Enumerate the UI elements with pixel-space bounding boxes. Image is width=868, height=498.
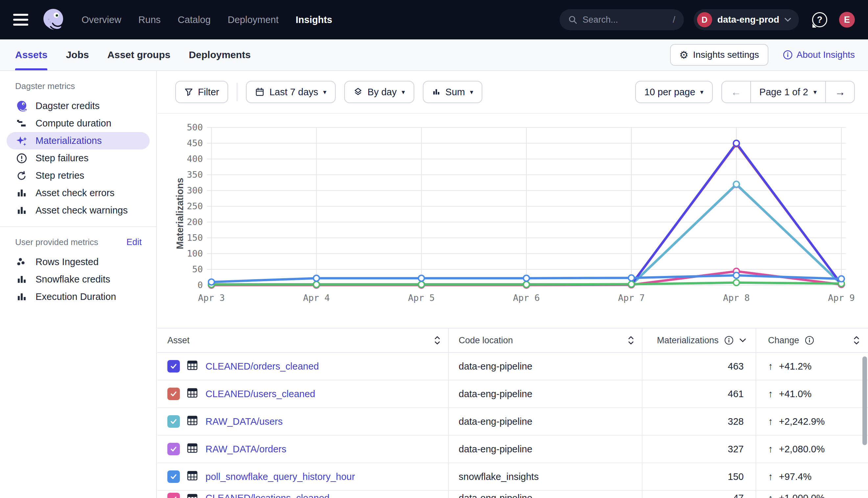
- row-checkbox[interactable]: [167, 470, 180, 483]
- nav-deployment[interactable]: Deployment: [228, 14, 279, 25]
- data-point: [523, 275, 529, 281]
- user-avatar[interactable]: E: [839, 12, 855, 28]
- data-point: [208, 279, 214, 285]
- column-header-asset[interactable]: Asset: [157, 328, 449, 353]
- materializations-value: 47: [642, 491, 756, 498]
- row-checkbox[interactable]: [167, 388, 180, 400]
- nav-overview[interactable]: Overview: [81, 14, 121, 25]
- info-icon[interactable]: [805, 336, 814, 345]
- dagster-logo-icon[interactable]: [41, 7, 66, 32]
- asset-cell: poll_snowflake_query_history_hour: [157, 463, 449, 490]
- sidebar-item-execution-duration[interactable]: Execution Duration: [7, 288, 150, 305]
- tab-jobs[interactable]: Jobs: [66, 39, 89, 70]
- dagster-insights-screen: Overview Runs Catalog Deployment Insight…: [0, 0, 868, 498]
- table-asset-icon: [187, 359, 198, 374]
- sidebar-item-asset-check-warnings[interactable]: Asset check warnings: [7, 202, 150, 219]
- sidebar-item-compute-duration[interactable]: Compute duration: [7, 115, 150, 132]
- table-asset-icon: [187, 442, 198, 456]
- help-icon[interactable]: ?: [812, 12, 827, 27]
- chevron-down-icon: [784, 18, 791, 22]
- asset-cell: RAW_DATA/orders: [157, 436, 449, 462]
- asset-link[interactable]: CLEANED/orders_cleaned: [205, 361, 319, 372]
- sidebar-item-label: Materializations: [36, 135, 102, 146]
- sidebar-item-snowflake-credits[interactable]: Snowflake credits: [7, 271, 150, 288]
- asset-cell: CLEANED/orders_cleaned: [157, 353, 449, 380]
- top-nav-links: Overview Runs Catalog Deployment Insight…: [81, 14, 332, 25]
- asset-link[interactable]: poll_snowflake_query_history_hour: [205, 471, 355, 482]
- deployment-switcher[interactable]: D data-eng-prod: [694, 9, 799, 30]
- row-checkbox[interactable]: [167, 493, 180, 498]
- sidebar-item-step-failures[interactable]: Step failures: [7, 149, 150, 167]
- tab-asset-groups[interactable]: Asset groups: [107, 39, 170, 70]
- column-header-materializations[interactable]: Materializations: [642, 328, 756, 353]
- filter-button[interactable]: Filter: [175, 81, 228, 103]
- edit-metrics-link[interactable]: Edit: [126, 237, 142, 247]
- sort-icon[interactable]: [853, 336, 860, 345]
- sidebar-item-label: Asset check errors: [36, 187, 114, 198]
- nav-catalog[interactable]: Catalog: [178, 14, 211, 25]
- hamburger-menu-icon[interactable]: [13, 14, 29, 26]
- change-value: +41.0%: [779, 389, 812, 399]
- sidebar-item-dagster-credits[interactable]: Dagster credits: [7, 97, 150, 115]
- tab-deployments[interactable]: Deployments: [189, 39, 251, 70]
- sidebar-item-label: Compute duration: [36, 118, 112, 129]
- up-arrow-icon: ↑: [768, 361, 773, 372]
- row-checkbox[interactable]: [167, 443, 180, 455]
- aggregation-button[interactable]: Sum ▾: [423, 81, 483, 103]
- materializations-value: 327: [642, 436, 756, 462]
- x-tick-label: Apr 4: [303, 293, 330, 303]
- sidebar-item-step-retries[interactable]: Step retries: [7, 167, 150, 184]
- vertical-scrollbar[interactable]: [863, 356, 867, 445]
- user-metrics-heading-row: User provided metrics Edit: [0, 235, 156, 249]
- asset-link[interactable]: RAW_DATA/orders: [205, 444, 286, 455]
- y-tick-label: 150: [187, 233, 203, 243]
- exclamation-circle-icon: [15, 152, 28, 165]
- nav-runs[interactable]: Runs: [138, 14, 161, 25]
- layers-icon: [354, 87, 363, 96]
- tab-assets[interactable]: Assets: [15, 39, 47, 70]
- info-icon[interactable]: [724, 336, 734, 345]
- asset-link[interactable]: CLEANED/users_cleaned: [205, 389, 315, 399]
- gear-icon: ⚙: [679, 50, 689, 60]
- search-box[interactable]: /: [560, 9, 684, 30]
- column-header-change[interactable]: Change: [756, 328, 868, 353]
- asset-link[interactable]: RAW_DATA/users: [205, 416, 283, 427]
- nav-insights[interactable]: Insights: [296, 14, 332, 25]
- caret-down-icon: ▾: [402, 88, 405, 96]
- insights-main: Filter Last 7 days ▾ By d: [157, 71, 868, 498]
- column-header-code-location[interactable]: Code location: [449, 328, 642, 353]
- data-point: [733, 279, 739, 286]
- search-icon: [568, 15, 577, 24]
- page-select-button[interactable]: Page 1 of 2 ▾: [750, 81, 826, 103]
- search-input[interactable]: [583, 15, 658, 25]
- code-location-cell: data-eng-pipeline: [449, 408, 642, 435]
- row-checkbox[interactable]: [167, 415, 180, 428]
- data-point: [523, 281, 529, 287]
- row-checkbox[interactable]: [167, 360, 180, 372]
- materializations-value: 328: [642, 408, 756, 435]
- prev-page-button[interactable]: ←: [722, 81, 750, 103]
- date-range-button[interactable]: Last 7 days ▾: [246, 81, 335, 103]
- sparkles-icon: [15, 134, 28, 147]
- data-point: [313, 275, 319, 281]
- sort-icon[interactable]: [627, 336, 635, 345]
- table-row: CLEANED/users_cleaneddata-eng-pipeline46…: [157, 380, 868, 408]
- next-page-button[interactable]: →: [826, 81, 854, 103]
- about-insights-link[interactable]: About Insights: [783, 50, 855, 60]
- sidebar-item-rows-ingested[interactable]: Rows Ingested: [7, 253, 150, 271]
- caret-down-icon: ▾: [323, 88, 327, 96]
- sidebar-item-asset-check-errors[interactable]: Asset check errors: [7, 184, 150, 202]
- y-tick-label: 50: [192, 264, 203, 274]
- line-chart[interactable]: 050100150200250300350400450500Apr 3Apr 4…: [157, 118, 868, 311]
- asset-link[interactable]: CLEANED/locations_cleaned: [205, 493, 330, 498]
- sidebar-item-materializations[interactable]: Materializations: [7, 132, 150, 149]
- sort-icon[interactable]: [434, 336, 441, 345]
- change-value: +1,000.0%: [779, 493, 825, 498]
- chevron-down-icon[interactable]: [739, 338, 746, 343]
- y-tick-label: 200: [187, 217, 203, 227]
- group-by-button[interactable]: By day ▾: [344, 81, 414, 103]
- caret-down-icon: ▾: [814, 88, 817, 96]
- sub-tabs: Assets Jobs Asset groups Deployments: [15, 39, 251, 70]
- insights-settings-button[interactable]: ⚙ Insights settings: [670, 44, 768, 66]
- per-page-button[interactable]: 10 per page ▾: [635, 81, 713, 103]
